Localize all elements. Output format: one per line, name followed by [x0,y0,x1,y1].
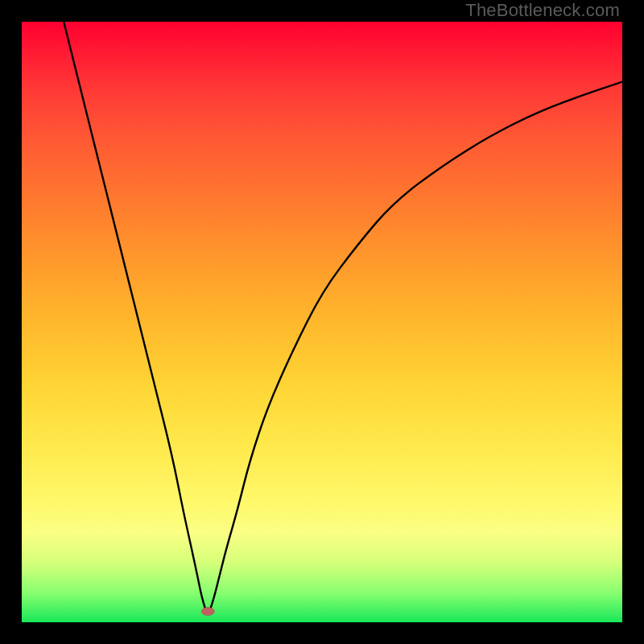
plot-area [22,22,622,622]
minimum-dot [201,608,214,616]
curve-layer [22,22,622,622]
watermark-text: TheBottleneck.com [465,0,620,21]
bottleneck-curve-path [64,22,622,612]
chart-frame: TheBottleneck.com [0,0,644,644]
